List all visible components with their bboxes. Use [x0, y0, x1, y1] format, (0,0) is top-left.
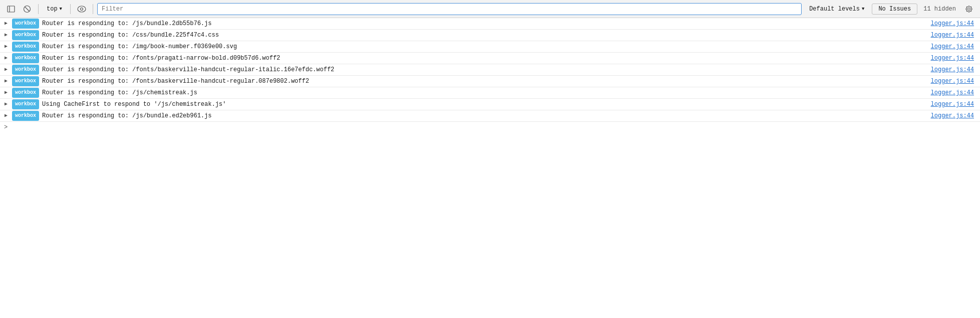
workbox-badge-2: workbox [12, 42, 39, 52]
workbox-badge-6: workbox [12, 88, 39, 98]
log-message-3: Router is responding to: /fonts/pragati-… [42, 54, 923, 63]
log-entry: ▶ workbox Router is responding to: /js/b… [0, 110, 980, 122]
toolbar-divider-3 [93, 4, 93, 14]
console-toolbar: top ▼ Default levels ▼ No Issues 11 hidd… [0, 0, 980, 18]
log-message-0: Router is responding to: /js/bundle.2db5… [42, 19, 923, 28]
log-message-6: Router is responding to: /js/chemistreak… [42, 88, 923, 97]
log-entry: ▶ workbox Router is responding to: /font… [0, 76, 980, 87]
log-source-0[interactable]: logger.js:44 [923, 19, 980, 28]
gear-icon [965, 5, 973, 13]
log-entry: ▶ workbox Router is responding to: /js/b… [0, 18, 980, 30]
levels-button[interactable]: Default levels ▼ [804, 4, 870, 15]
log-entry: ▶ workbox Router is responding to: /img/… [0, 41, 980, 53]
sidebar-toggle-button[interactable] [4, 3, 18, 15]
workbox-badge-0: workbox [12, 19, 39, 29]
log-list: ▶ workbox Router is responding to: /js/b… [0, 18, 980, 122]
sidebar-toggle-icon [7, 5, 15, 13]
issues-button[interactable]: No Issues [872, 4, 917, 15]
levels-chevron-icon: ▼ [862, 7, 864, 12]
prompt-arrow[interactable]: > [4, 124, 8, 131]
toolbar-divider-2 [70, 4, 71, 14]
log-message-4: Router is responding to: /fonts/baskervi… [42, 65, 923, 74]
log-entry: ▶ workbox Router is responding to: /js/c… [0, 87, 980, 99]
svg-point-4 [78, 6, 86, 12]
expand-arrow-4[interactable]: ▶ [0, 65, 12, 74]
log-source-8[interactable]: logger.js:44 [923, 111, 980, 120]
context-chevron-icon: ▼ [60, 7, 62, 12]
expand-arrow-5[interactable]: ▶ [0, 77, 12, 86]
context-selector-button[interactable]: top ▼ [43, 5, 66, 14]
svg-rect-0 [8, 6, 15, 12]
clear-icon [23, 5, 31, 13]
svg-point-7 [966, 6, 972, 12]
svg-point-5 [81, 8, 83, 10]
workbox-badge-7: workbox [12, 99, 39, 109]
log-message-5: Router is responding to: /fonts/baskervi… [42, 77, 923, 86]
workbox-badge-3: workbox [12, 53, 39, 63]
eye-icon [77, 6, 86, 13]
log-source-4[interactable]: logger.js:44 [923, 65, 980, 74]
log-source-1[interactable]: logger.js:44 [923, 31, 980, 40]
expand-arrow-2[interactable]: ▶ [0, 42, 12, 51]
console-settings-button[interactable] [962, 3, 976, 15]
log-message-7: Using CacheFirst to respond to '/js/chem… [42, 100, 923, 109]
bottom-prompt: > [0, 122, 980, 133]
log-source-2[interactable]: logger.js:44 [923, 42, 980, 51]
workbox-badge-1: workbox [12, 30, 39, 40]
log-message-8: Router is responding to: /js/bundle.ed2e… [42, 111, 923, 120]
log-entry: ▶ workbox Router is responding to: /font… [0, 64, 980, 76]
context-label: top [47, 6, 58, 13]
log-entry: ▶ workbox Using CacheFirst to respond to… [0, 99, 980, 110]
log-entry: ▶ workbox Router is responding to: /font… [0, 53, 980, 64]
clear-console-button[interactable] [20, 3, 34, 15]
log-source-6[interactable]: logger.js:44 [923, 88, 980, 97]
log-message-1: Router is responding to: /css/bundle.225… [42, 31, 923, 40]
log-source-7[interactable]: logger.js:44 [923, 100, 980, 109]
issues-label: No Issues [878, 6, 911, 13]
svg-line-3 [25, 7, 30, 11]
svg-point-6 [968, 8, 970, 10]
expand-arrow-0[interactable]: ▶ [0, 19, 12, 28]
workbox-badge-5: workbox [12, 76, 39, 86]
expand-arrow-7[interactable]: ▶ [0, 100, 12, 109]
hidden-count: 11 hidden [919, 6, 960, 13]
levels-label: Default levels [809, 6, 860, 13]
expand-arrow-3[interactable]: ▶ [0, 54, 12, 63]
log-source-5[interactable]: logger.js:44 [923, 77, 980, 86]
workbox-badge-4: workbox [12, 65, 39, 75]
live-expressions-button[interactable] [75, 3, 89, 15]
filter-input[interactable] [97, 3, 802, 15]
log-source-3[interactable]: logger.js:44 [923, 54, 980, 63]
expand-arrow-6[interactable]: ▶ [0, 88, 12, 97]
expand-arrow-1[interactable]: ▶ [0, 31, 12, 40]
toolbar-divider-1 [38, 4, 39, 14]
workbox-badge-8: workbox [12, 111, 39, 121]
expand-arrow-8[interactable]: ▶ [0, 111, 12, 120]
log-message-2: Router is responding to: /img/book-numbe… [42, 42, 923, 51]
log-entry: ▶ workbox Router is responding to: /css/… [0, 30, 980, 41]
